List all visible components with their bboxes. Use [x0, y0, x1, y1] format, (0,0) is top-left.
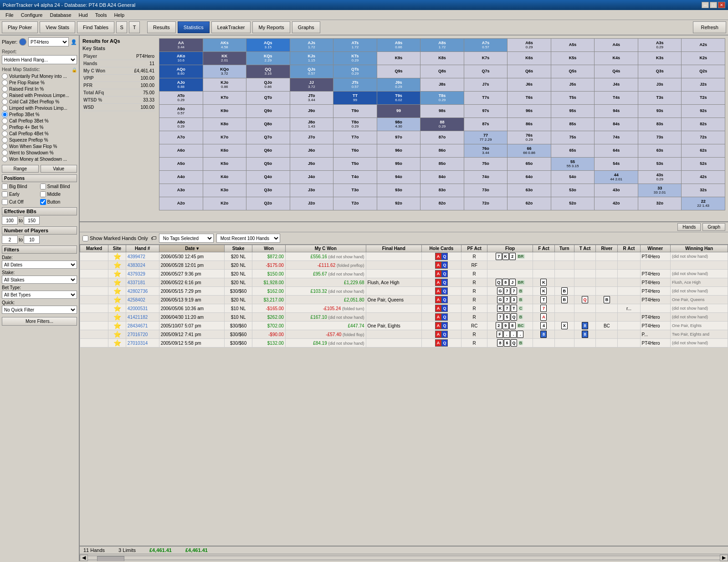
table-row[interactable]: ⭐ 4383024 2006/05/28 12:01 pm $20 NL -$1…: [80, 261, 728, 270]
results-nav-button[interactable]: Results: [147, 21, 176, 33]
stat-radio-pf4b[interactable]: [2, 124, 8, 130]
hand-cell-qto[interactable]: QTo: [246, 92, 290, 104]
close-button[interactable]: ✕: [718, 2, 725, 8]
table-row[interactable]: ⭐ 4258402 2006/05/13 9:19 am $20 NL $3,2…: [80, 296, 728, 304]
col-site[interactable]: Site: [108, 245, 126, 252]
hand-cell-k9s[interactable]: K9s: [377, 52, 420, 65]
hand-cell-44[interactable]: 4444 2.01: [595, 171, 638, 184]
hand-cell-84o[interactable]: 84o: [420, 171, 464, 184]
hand-cell-k3s[interactable]: K3s: [638, 52, 682, 65]
hand-cell-k5o[interactable]: K5o: [203, 158, 246, 170]
hand-cell-t6o[interactable]: T6o: [333, 144, 377, 157]
hand-cell-t5s[interactable]: T5s: [551, 92, 595, 104]
hand-cell-k8o[interactable]: K8o: [203, 118, 246, 131]
cell-hand[interactable]: 27010314: [126, 339, 159, 347]
hand-cell-a2o[interactable]: A2o: [159, 197, 203, 210]
big-blind-check[interactable]: [2, 184, 8, 189]
hand-cell-73s[interactable]: 73s: [638, 131, 682, 144]
hand-cell-42s[interactable]: 42s: [682, 171, 725, 184]
stat-radio-call3b[interactable]: [2, 118, 8, 124]
hand-cell-83o[interactable]: 83o: [420, 184, 464, 197]
stat-label-wwsf[interactable]: Won When Saw Flop %: [9, 144, 57, 149]
hand-cell-jto[interactable]: JTo3.44: [290, 92, 333, 104]
hand-cell-j4s[interactable]: J4s: [595, 78, 638, 91]
num-players-header[interactable]: Number of Players: [2, 226, 77, 235]
hand-cell-86o[interactable]: 86o: [420, 144, 464, 157]
hand-cell-a6o[interactable]: A6o: [159, 144, 203, 157]
hand-cell-q7s[interactable]: Q7s: [464, 65, 508, 78]
hand-cell-98o[interactable]: 98o4.30: [377, 118, 420, 131]
hand-cell-ajo[interactable]: AJo6.88: [159, 78, 203, 91]
find-tables-button[interactable]: Find Tables: [77, 21, 114, 33]
hand-cell-65o[interactable]: 65o: [508, 158, 551, 170]
cell-hand[interactable]: 42000531: [126, 304, 159, 313]
hand-cell-98s[interactable]: 98s: [420, 105, 464, 118]
hand-cell-t9s[interactable]: T9s6.02: [377, 92, 420, 104]
hand-cell-t6s[interactable]: T6s: [508, 92, 551, 104]
tags-select[interactable]: No Tags Selected: [159, 234, 214, 243]
hand-cell-t2s[interactable]: T2s: [682, 92, 725, 104]
table-row[interactable]: ⭐ 42000531 2006/05/06 10:36 am $10 NL -$…: [80, 304, 728, 313]
date-select[interactable]: All Dates: [2, 261, 77, 269]
leaktracker-nav-button[interactable]: LeakTracker: [211, 21, 251, 33]
hand-cell-k6o[interactable]: K6o: [203, 144, 246, 157]
menu-database[interactable]: Database: [46, 11, 75, 19]
cell-hand[interactable]: 4399472: [126, 252, 159, 261]
scroll-right-btn[interactable]: ▶: [720, 555, 728, 561]
col-finalhand[interactable]: Final Hand: [366, 245, 421, 252]
hand-cell-t9o[interactable]: T9o: [333, 105, 377, 118]
hand-cell-77[interactable]: 7777 2.29: [464, 131, 508, 144]
hand-cell-j7o[interactable]: J7o: [290, 131, 333, 144]
hand-cell-74o[interactable]: 74o: [464, 171, 508, 184]
lock-icon[interactable]: 🔒: [72, 67, 77, 72]
statistics-nav-button[interactable]: Statistics: [178, 21, 210, 33]
cut-off-check[interactable]: [2, 199, 8, 205]
hand-cell-84s[interactable]: 84s: [595, 118, 638, 131]
menu-file[interactable]: File: [2, 11, 17, 19]
table-row[interactable]: ⭐ 42802736 2006/05/15 7:29 pm $30/$60 $1…: [80, 287, 728, 296]
col-ract[interactable]: R Act: [618, 245, 640, 252]
table-row[interactable]: ⭐ 4399472 2006/05/30 12:45 pm $20 NL $87…: [80, 252, 728, 261]
hand-cell-j3o[interactable]: J3o: [290, 184, 333, 197]
hand-cell-ats[interactable]: ATs1.72: [333, 39, 377, 51]
hand-cell-j8s[interactable]: J8s: [420, 78, 464, 91]
col-turn[interactable]: Turn: [554, 245, 574, 252]
hand-cell-kto[interactable]: KTo: [203, 92, 246, 104]
hand-cell-q4s[interactable]: Q4s: [595, 65, 638, 78]
stake-select[interactable]: All Stakes: [2, 276, 77, 284]
hand-cell-kts[interactable]: KTs0.29: [333, 52, 377, 65]
stat-radio-vpip[interactable]: [2, 73, 8, 79]
stat-radio-wmas[interactable]: [2, 156, 8, 162]
hand-cell-43o[interactable]: 43o: [595, 184, 638, 197]
col-flop[interactable]: Flop: [487, 245, 533, 252]
hand-cell-97o[interactable]: 97o: [377, 131, 420, 144]
hand-cell-a3s[interactable]: A3s0.29: [638, 39, 682, 51]
hand-cell-q6s[interactable]: Q6s: [508, 65, 551, 78]
hand-cell-86s[interactable]: 86s: [508, 118, 551, 131]
hand-cell-a5s[interactable]: A5s: [551, 39, 595, 51]
hand-cell-96o[interactable]: 96o: [377, 144, 420, 157]
hand-cell-82o[interactable]: 82o: [420, 197, 464, 210]
col-date[interactable]: Date ▾: [159, 245, 225, 252]
hand-cell-k7o[interactable]: K7o: [203, 131, 246, 144]
table-row[interactable]: ⭐ 4379329 2006/05/27 9:36 pm $20 NL $150…: [80, 270, 728, 278]
table-row[interactable]: ⭐ 4337181 2006/05/22 6:16 pm $20 NL $1,9…: [80, 278, 728, 287]
hand-cell-q3o[interactable]: Q3o: [246, 184, 290, 197]
hand-cell-99[interactable]: 99: [377, 105, 420, 118]
col-holecards[interactable]: Hole Cards: [421, 245, 461, 252]
hand-cell-j6o[interactable]: J6o: [290, 144, 333, 157]
quick-select[interactable]: No Quick Filter: [2, 306, 77, 314]
horizontal-scrollbar[interactable]: ◀ ▶: [80, 554, 728, 561]
hand-cell-k4o[interactable]: K4o: [203, 171, 246, 184]
hand-cell-ako[interactable]: AKo10.6: [159, 52, 203, 65]
hand-cell-64s[interactable]: 64s: [595, 144, 638, 157]
hand-cell-a9s[interactable]: A9s0.86: [377, 39, 420, 51]
eff-bbs-header[interactable]: Effective BBs: [2, 207, 77, 215]
hand-cell-96s[interactable]: 96s: [508, 105, 551, 118]
eff-bbs-from[interactable]: [2, 216, 18, 225]
col-winninghand[interactable]: Winning Han: [671, 245, 728, 252]
hand-cell-j7s[interactable]: J7s: [464, 78, 508, 91]
hand-cell-k2o[interactable]: K2o: [203, 197, 246, 210]
col-river[interactable]: River: [596, 245, 618, 252]
cell-hand[interactable]: 27016720: [126, 330, 159, 339]
